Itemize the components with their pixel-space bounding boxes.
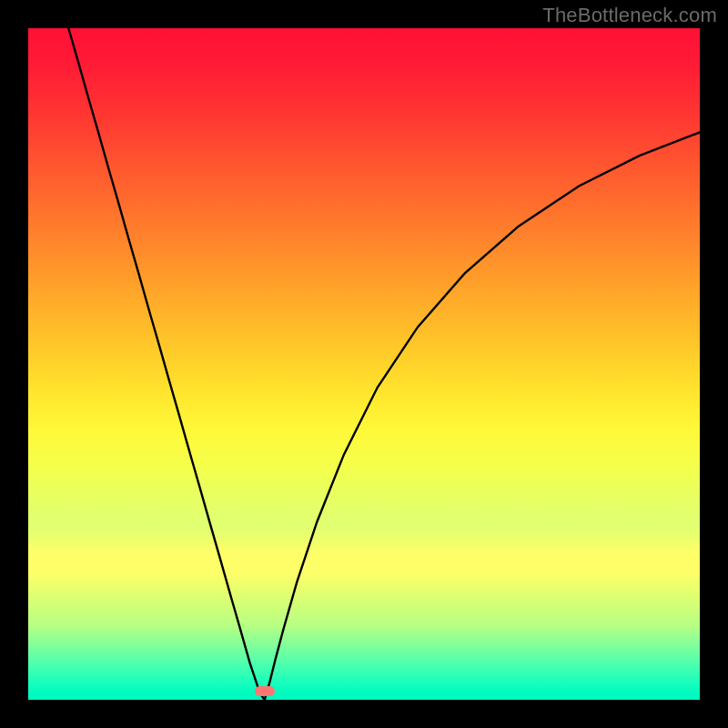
plot-area	[28, 28, 700, 700]
watermark-text: TheBottleneck.com	[542, 4, 717, 27]
outer-frame: TheBottleneck.com	[0, 0, 728, 728]
bottleneck-curve	[28, 28, 700, 700]
